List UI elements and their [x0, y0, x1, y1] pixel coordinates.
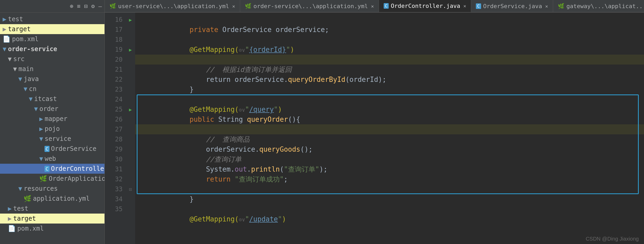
tree-item-label: pom.xml	[17, 225, 44, 232]
gutter-empty-31	[126, 164, 135, 174]
tree-item-label: order	[39, 105, 58, 113]
folder-open-icon: ▼	[18, 185, 22, 192]
tree-item-OrderController[interactable]: C OrderController	[0, 164, 104, 174]
annotation: )	[282, 215, 286, 223]
gutter-empty-24	[126, 94, 135, 104]
code-line-27: // 查询商品	[135, 124, 644, 134]
tree-item-target2[interactable]: ▶ target	[0, 214, 104, 224]
folder-open-icon: ▼	[39, 155, 43, 162]
code-line-29: //查询订单	[135, 144, 644, 154]
tab-OrderController[interactable]: C OrderController.java ✕	[379, 0, 471, 12]
tree-item-label: service	[45, 135, 71, 142]
code-line-35: @GetMapping(⊙∨"/update")	[135, 204, 644, 214]
folder-open-icon: ▼	[24, 85, 27, 93]
tree-item-label: application.yml	[33, 195, 90, 202]
annotation: @GetMapping(	[173, 215, 239, 223]
tab-close-icon[interactable]: ✕	[232, 3, 235, 9]
tab-close-icon[interactable]: ✕	[463, 3, 466, 9]
tree-item-pojo[interactable]: ▶ pojo	[0, 124, 104, 134]
minimize-icon[interactable]: —	[98, 3, 102, 9]
tree-item-label: test	[13, 205, 28, 212]
tree-item-label: mapper	[45, 115, 67, 123]
gutter-run-16[interactable]: ▶	[126, 15, 135, 25]
app-icon: 🌿	[39, 175, 47, 182]
tree-item-application-yml[interactable]: 🌿 application.yml	[0, 194, 104, 204]
tree-item-cn[interactable]: ▼ cn	[0, 84, 104, 94]
java-class-icon: C	[45, 166, 49, 172]
code-line-28: orderService.queryGoods();	[135, 134, 644, 144]
yaml-tab-icon: 🌿	[245, 3, 251, 9]
tree-item-pom[interactable]: 📄 pom.xml	[0, 34, 104, 44]
code-line-23	[135, 84, 644, 94]
gutter-empty-23	[126, 84, 135, 94]
tab-gateway-yaml[interactable]: 🌿 gateway\...\applicat... ✕	[553, 0, 644, 12]
expand-icon: ⊙∨	[239, 216, 245, 223]
yaml-icon: 🌿	[24, 195, 31, 202]
yaml-tab-icon: 🌿	[109, 3, 116, 9]
tab-user-service-yaml[interactable]: 🌿 user-service\...\application.yml ✕	[105, 0, 240, 12]
tree-item-service[interactable]: ▼ service	[0, 134, 104, 144]
code-line-31: return "查询订单成功";	[135, 164, 644, 174]
code-content[interactable]: private OrderService orderService; @GetM…	[135, 13, 644, 244]
code-line-22: }	[135, 75, 644, 84]
folder-icon: ▶	[39, 115, 43, 123]
tree-item-resources[interactable]: ▼ resources	[0, 184, 104, 194]
collapse-icon[interactable]: ≡	[77, 3, 80, 9]
gutter-empty-30	[126, 154, 135, 164]
tab-label: OrderService.java	[483, 3, 542, 9]
expand-icon[interactable]: ⊟	[84, 3, 87, 9]
gutter-empty-35	[126, 204, 135, 214]
editor-area: 🌿 user-service\...\application.yml ✕ 🌿 o…	[105, 0, 644, 244]
string: "/update"	[245, 215, 282, 223]
tree-item-label: pojo	[45, 125, 60, 132]
tree-item-label: order-service	[8, 45, 57, 53]
tree-item-order-service[interactable]: ▼ order-service	[0, 44, 104, 54]
folder-open-icon: ▼	[39, 135, 43, 142]
tree-item-OrderApplication[interactable]: 🌿 OrderApplication	[0, 174, 104, 184]
code-editor[interactable]: 16 17 18 19 20 21 22 23 24 25 26 27 28 2…	[105, 13, 644, 244]
java-class-icon: C	[45, 146, 49, 152]
tab-label: OrderController.java	[391, 3, 460, 9]
new-file-icon[interactable]: ⊕	[70, 3, 73, 9]
tab-close-icon[interactable]: ✕	[371, 3, 374, 9]
gutter-empty-18	[126, 35, 135, 45]
tab-OrderService[interactable]: C OrderService.java ✕	[471, 0, 553, 12]
tree-item-mapper[interactable]: ▶ mapper	[0, 114, 104, 124]
code-line-32	[135, 174, 644, 184]
code-line-25: public String queryOrder(){	[135, 104, 644, 114]
gutter-empty-29	[126, 144, 135, 154]
tree-item-main[interactable]: ▼ main	[0, 64, 104, 74]
tree-item-itcast[interactable]: ▼ itcast	[0, 94, 104, 104]
tree-item-test[interactable]: ▶ test	[0, 14, 104, 24]
tab-label: user-service\...\application.yml	[118, 3, 229, 9]
tree-item-label: src	[13, 55, 24, 63]
tree-item-pom2[interactable]: 📄 pom.xml	[0, 224, 104, 234]
tab-bar: 🌿 user-service\...\application.yml ✕ 🌿 o…	[105, 0, 644, 13]
gutter-run-19[interactable]: ▶	[126, 45, 135, 55]
tree-item-web[interactable]: ▼ web	[0, 154, 104, 164]
gutter-empty-28	[126, 134, 135, 144]
tree-item-src[interactable]: ▼ src	[0, 54, 104, 64]
tree-item-java[interactable]: ▼ java	[0, 74, 104, 84]
code-line-18: @GetMapping(⊙∨"{orderId}")	[135, 35, 644, 45]
folder-open-icon: ▼	[13, 65, 17, 73]
tree-item-label: main	[18, 65, 34, 73]
settings-icon[interactable]: ⚙	[91, 3, 95, 9]
tree-item-order[interactable]: ▼ order	[0, 104, 104, 114]
tree-item-target[interactable]: ▶ target	[0, 24, 104, 34]
tree-item-label: OrderService	[51, 145, 96, 152]
tree-item-label: OrderApplication	[49, 175, 104, 182]
tab-close-icon[interactable]: ✕	[545, 3, 548, 9]
tab-order-service-yaml[interactable]: 🌿 order-service\...\application.yml ✕	[240, 0, 379, 12]
code-line-17	[135, 25, 644, 35]
file-icon: 📄	[8, 225, 16, 232]
code-line-24: @GetMapping(⊙∨"/query")	[135, 94, 644, 104]
folder-icon: ▶	[8, 215, 12, 222]
tree-item-test2[interactable]: ▶ test	[0, 204, 104, 214]
gutter-empty-32	[126, 174, 135, 184]
tree-item-label: web	[45, 155, 56, 162]
code-line-33: }	[135, 184, 644, 194]
tree-item-OrderService[interactable]: C OrderService	[0, 144, 104, 154]
gutter-run-25[interactable]: ▶	[126, 104, 135, 114]
gutter-empty-27	[126, 124, 135, 134]
